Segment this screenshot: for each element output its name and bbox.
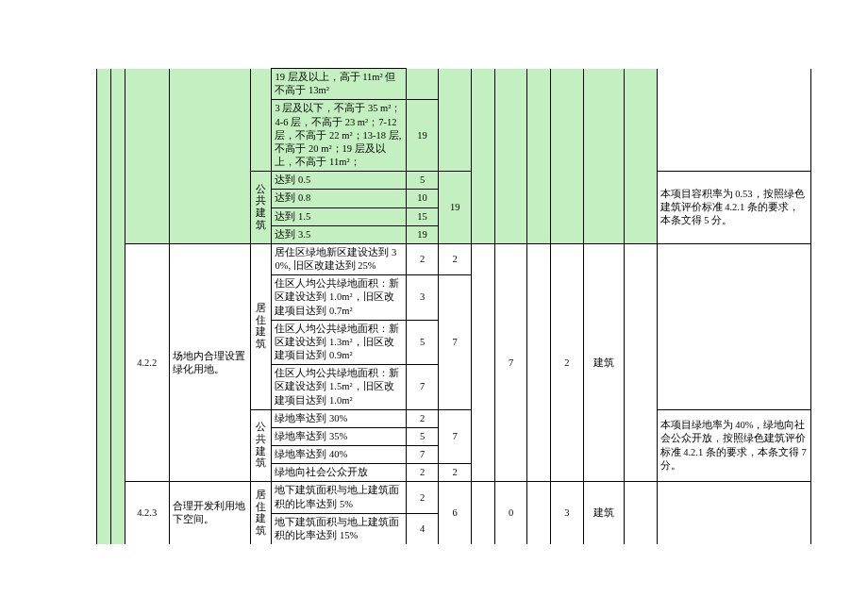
table-row: 4.2.3 合理开发利用地下空间。 居住建筑 地下建筑面积与地上建筑面积的比率达… bbox=[97, 482, 811, 513]
standards-table: 19 层及以上，高于 11m² 但不高于 13m² 3 层及以下，不高于 35 … bbox=[96, 68, 811, 544]
score-cell: 15 bbox=[406, 207, 439, 225]
note-cell: 本项目绿地率为 40%，绿地向社会公众开放，按照绿色建筑评价标准 4.2.1 条… bbox=[657, 409, 810, 482]
subtotal-cell: 2 bbox=[439, 243, 472, 274]
score-cell: 2 bbox=[406, 243, 439, 274]
clause-id: 4.2.3 bbox=[125, 482, 169, 544]
criteria-cell: 绿地率达到 35% bbox=[272, 427, 406, 445]
clause-title: 合理开发利用地下空间。 bbox=[169, 482, 251, 544]
subtotal-cell: 6 bbox=[439, 482, 472, 544]
mid-cell: 建筑 bbox=[583, 482, 624, 544]
clause-title: 场地内合理设置绿化用地。 bbox=[169, 243, 251, 482]
criteria-cell: 绿地向社会公众开放 bbox=[272, 464, 406, 482]
score-cell: 2 bbox=[406, 409, 439, 427]
criteria-cell: 达到 0.8 bbox=[272, 190, 406, 207]
subtotal-cell: 2 bbox=[439, 464, 472, 482]
building-type: 居住建筑 bbox=[251, 243, 272, 409]
criteria-cell: 住区人均公共绿地面积：新区建设达到 1.3m²，旧区改建项目达到 0.9m² bbox=[272, 320, 406, 365]
criteria-cell: 19 层及以上，高于 11m² 但不高于 13m² bbox=[272, 69, 406, 100]
criteria-cell: 达到 1.5 bbox=[272, 207, 406, 225]
score-cell: 7 bbox=[406, 446, 439, 464]
criteria-cell: 3 层及以下，不高于 35 m²；4-6 层，不高于 23 m²；7-12 层，… bbox=[272, 100, 406, 172]
score-cell: 5 bbox=[406, 172, 439, 190]
mid-cell: 3 bbox=[551, 482, 584, 544]
criteria-cell: 地下建筑面积与地上建筑面积的比率达到 15% bbox=[272, 513, 406, 544]
criteria-cell: 达到 0.5 bbox=[272, 172, 406, 190]
subtotal-cell: 7 bbox=[439, 409, 472, 464]
subtotal-cell: 7 bbox=[439, 275, 472, 410]
score-cell: 19 bbox=[406, 225, 439, 243]
building-type: 公共建筑 bbox=[251, 172, 272, 244]
mid-cell: 7 bbox=[494, 243, 527, 482]
score-cell: 5 bbox=[406, 427, 439, 445]
mid-cell: 2 bbox=[551, 243, 584, 482]
score-cell: 7 bbox=[406, 365, 439, 410]
note-cell: 本项目容积率为 0.53，按照绿色建筑评价标准 4.2.1 条的要求，本条文得 … bbox=[657, 172, 810, 244]
score-cell: 2 bbox=[406, 464, 439, 482]
building-type: 公共建筑 bbox=[251, 409, 272, 482]
table-row: 19 层及以上，高于 11m² 但不高于 13m² bbox=[97, 69, 811, 100]
score-cell: 2 bbox=[406, 482, 439, 513]
score-cell: 10 bbox=[406, 190, 439, 207]
score-cell: 5 bbox=[406, 320, 439, 365]
table-row: 4.2.2 场地内合理设置绿化用地。 居住建筑 居住区绿地新区建设达到 30%,… bbox=[97, 243, 811, 274]
score-cell: 19 bbox=[406, 100, 439, 172]
criteria-cell: 居住区绿地新区建设达到 30%, 旧区改建达到 25% bbox=[272, 243, 406, 274]
criteria-cell: 绿地率达到 40% bbox=[272, 446, 406, 464]
building-type: 居住建筑 bbox=[251, 482, 272, 544]
criteria-cell: 绿地率达到 30% bbox=[272, 409, 406, 427]
mid-cell: 0 bbox=[494, 482, 527, 544]
criteria-cell: 地下建筑面积与地上建筑面积的比率达到 5% bbox=[272, 482, 406, 513]
score-cell: 3 bbox=[406, 275, 439, 321]
subtotal-cell: 19 bbox=[439, 172, 472, 244]
criteria-cell: 住区人均公共绿地面积：新区建设达到 1.5m²，旧区改建项目达到 1.0m² bbox=[272, 365, 406, 410]
criteria-cell: 达到 3.5 bbox=[272, 225, 406, 243]
mid-cell: 建筑 bbox=[583, 243, 624, 482]
criteria-cell: 住区人均公共绿地面积：新区建设达到 1.0m²，旧区改建项目达到 0.7m² bbox=[272, 275, 406, 321]
score-cell: 4 bbox=[406, 513, 439, 544]
clause-id: 4.2.2 bbox=[125, 243, 169, 482]
